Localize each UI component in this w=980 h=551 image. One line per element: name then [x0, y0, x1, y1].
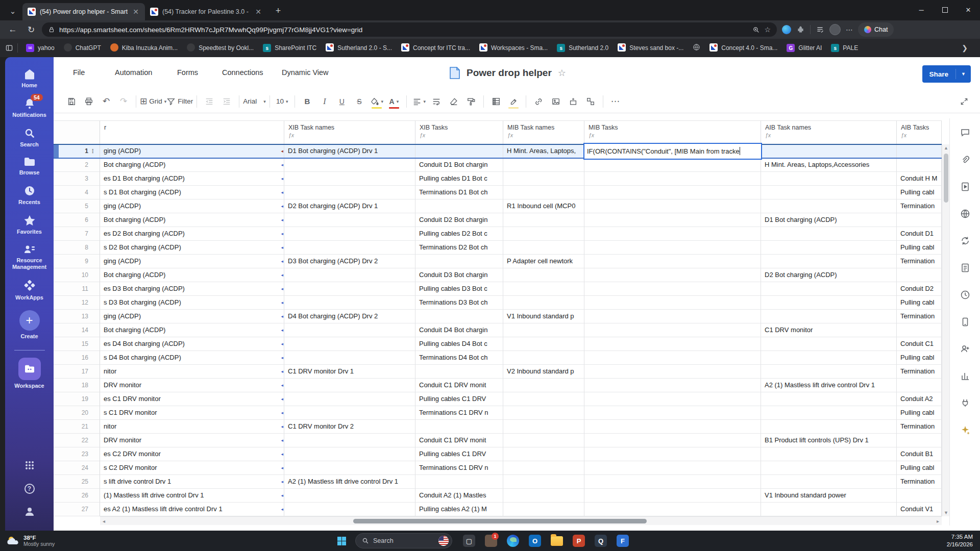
grid-cell-aib_name[interactable]	[761, 392, 897, 406]
tab-close-icon[interactable]: ✕	[254, 8, 262, 16]
grid-cell-aib_task[interactable]: Termination	[897, 255, 942, 268]
grid-cell-mib_name[interactable]	[503, 475, 584, 489]
bookmark-item[interactable]: Steves sand box -...	[614, 42, 688, 55]
grid-cell-mib_task[interactable]	[584, 227, 761, 241]
teams-app-icon[interactable]: F	[614, 532, 631, 549]
row-number[interactable]: 3	[54, 172, 100, 186]
grid-cell-aib_name[interactable]	[761, 447, 897, 461]
print-icon[interactable]	[80, 93, 97, 110]
grid-cell-xib_name[interactable]	[284, 379, 415, 392]
grid-cell-mib_task[interactable]	[584, 241, 761, 255]
grid-cell-primary[interactable]: Bot charging (ACDP)◂	[100, 158, 284, 172]
scroll-left-icon[interactable]: ◂	[100, 518, 108, 524]
grid-cell-aib_task[interactable]: Termination	[897, 475, 942, 489]
outdent-icon[interactable]	[201, 93, 218, 110]
grid-cell-xib_task[interactable]	[415, 255, 503, 268]
cell-link-icon[interactable]	[582, 93, 599, 110]
grid-cell-aib_name[interactable]	[761, 282, 897, 296]
extensions-icon[interactable]	[796, 26, 805, 34]
horizontal-scroll-thumb[interactable]	[353, 519, 647, 523]
sidebar-create-button[interactable]: + Create	[5, 310, 54, 340]
grid-cell-aib_task[interactable]: Termination	[897, 199, 942, 213]
outlook-icon[interactable]: O	[526, 532, 544, 549]
grid-cell-xib_name[interactable]: A2 (1) Mastless lift drive control Drv 1	[284, 475, 415, 489]
grid-cell-xib_task[interactable]: Conduit D4 Bot chargin	[415, 323, 503, 337]
sidebar-item-favorites[interactable]: Favorites	[5, 215, 54, 236]
grid-cell-primary[interactable]: Bot charging (ACDP)◂	[100, 213, 284, 227]
grid-cell-aib_task[interactable]: Pulling cabl	[897, 461, 942, 475]
grid-cell-mib_task[interactable]	[584, 199, 761, 213]
grid-cell-primary[interactable]: Bot charging (ACDP)◂	[100, 323, 284, 337]
tab-close-icon[interactable]: ✕	[132, 8, 140, 16]
row-number[interactable]: 12	[54, 296, 100, 310]
grid-cell-primary[interactable]: s C1 DRV monitor◂	[100, 406, 284, 420]
grid-cell-xib_task[interactable]: Conduit A2 (1) Mastles	[415, 489, 503, 503]
grid-cell-mib_task[interactable]	[584, 475, 761, 489]
grid-cell-xib_task[interactable]: Pulling cables A2 (1) M	[415, 503, 503, 516]
grid-cell-mib_name[interactable]	[503, 296, 584, 310]
grid-cell-mib_task[interactable]	[584, 351, 761, 365]
scroll-right-icon[interactable]: ▸	[934, 518, 942, 524]
grid-cell-primary[interactable]: DRV monitor◂	[100, 379, 284, 392]
tab-search-chevron-icon[interactable]: ⌄	[4, 3, 21, 19]
grid-cell-mib_task[interactable]	[584, 323, 761, 337]
redo-icon[interactable]: ↷	[115, 93, 132, 110]
sidebar-item-search[interactable]: Search	[5, 128, 54, 148]
grid-cell-aib_name[interactable]: D2 Bot charging (ACDP)	[761, 268, 897, 282]
grid-cell-mib_name[interactable]	[503, 172, 584, 186]
grid-cell-mib_name[interactable]	[503, 351, 584, 365]
grid-cell-primary[interactable]: es D1 Bot charging (ACDP)◂	[100, 172, 284, 186]
grid-cell-xib_task[interactable]: Pulling cables D2 Bot c	[415, 227, 503, 241]
share-dropdown-caret-icon[interactable]: ▼	[956, 71, 971, 77]
browser-tab-inactive[interactable]: (54) Tracker for Palestine 3.0 - Sma ✕	[145, 3, 267, 20]
grid-cell-aib_name[interactable]: D1 Bot charging (ACDP)	[761, 213, 897, 227]
sidebar-workspace-button[interactable]: Workspace	[5, 358, 54, 390]
grid-cell-aib_name[interactable]	[761, 186, 897, 199]
fill-color-icon[interactable]: ▾	[368, 93, 385, 110]
grid-cell-aib_task[interactable]: Conduit C1	[897, 337, 942, 351]
column-header-primary[interactable]: r	[100, 121, 284, 144]
grid-cell-mib_task[interactable]	[584, 461, 761, 475]
row-number[interactable]: 25	[54, 475, 100, 489]
grid-cell-aib_task[interactable]: Pulling cabl	[897, 296, 942, 310]
grid-cell-primary[interactable]: es C1 DRV monitor◂	[100, 392, 284, 406]
edge-icon[interactable]	[504, 532, 522, 549]
grid-cell-primary[interactable]: ging (ACDP)◂	[100, 199, 284, 213]
grid-cell-aib_name[interactable]	[761, 420, 897, 434]
grid-cell-xib_task[interactable]: Terminations D3 Bot ch	[415, 296, 503, 310]
help-button[interactable]: ?	[5, 484, 54, 494]
grid-cell-xib_name[interactable]: C1 DRV monitor Drv 2	[284, 420, 415, 434]
grid-cell-aib_task[interactable]	[897, 434, 942, 447]
grid-cell-aib_name[interactable]: V1 Inbound standard power	[761, 489, 897, 503]
row-number[interactable]: 24	[54, 461, 100, 475]
vertical-scroll-thumb[interactable]	[944, 154, 948, 203]
grid-cell-mib_name[interactable]: V2 Inbound standard p	[503, 365, 584, 379]
grid-cell-mib_name[interactable]	[503, 282, 584, 296]
grid-cell-mib_task[interactable]	[584, 503, 761, 516]
formula-edit-cell[interactable]: IF(OR(CONTAINS("Conduit", [MIB Main from…	[583, 143, 762, 160]
grid-cell-primary[interactable]: ging (ACDP)◂	[100, 255, 284, 268]
grid-cell-primary[interactable]: s D2 Bot charging (ACDP)◂	[100, 241, 284, 255]
column-header-aib_task[interactable]: AIB Tasksƒx	[897, 121, 942, 144]
grid-cell-aib_task[interactable]: Pulling cabl	[897, 351, 942, 365]
row-number[interactable]: 22	[54, 434, 100, 447]
grid-cell-aib_task[interactable]: Conduit B1	[897, 447, 942, 461]
grid-cell-xib_task[interactable]: Pulling cables C1 DRV	[415, 447, 503, 461]
sidebar-item-workapps[interactable]: WorkApps	[5, 280, 54, 302]
grid-cell-mib_name[interactable]: R1 Inbound cell (MCP0	[503, 199, 584, 213]
grid-cell-mib_task[interactable]	[584, 172, 761, 186]
filter-button[interactable]: Filter	[166, 93, 193, 110]
grid-cell-xib_task[interactable]: Conduit C1 DRV monit	[415, 434, 503, 447]
grid-cell-mib_task[interactable]	[584, 447, 761, 461]
strikethrough-icon[interactable]: S	[351, 93, 368, 110]
grid-cell-xib_task[interactable]	[415, 420, 503, 434]
more-options-icon[interactable]: ⋯	[607, 93, 624, 110]
grid-cell-aib_name[interactable]	[761, 365, 897, 379]
italic-icon[interactable]: I	[316, 93, 333, 110]
publish-icon[interactable]	[957, 206, 973, 222]
grid-cell-mib_task[interactable]	[584, 434, 761, 447]
grid-cell-xib_name[interactable]	[284, 213, 415, 227]
grid-cell-aib_name[interactable]	[761, 351, 897, 365]
grid-cell-aib_name[interactable]	[761, 310, 897, 323]
font-family-dropdown[interactable]: Arial▾	[243, 93, 266, 110]
